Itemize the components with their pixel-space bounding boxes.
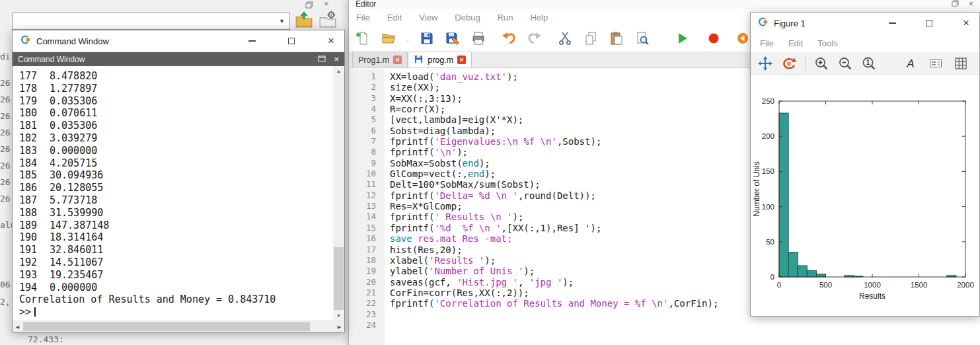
- clipped-text: 26: [0, 144, 11, 154]
- folder-up-icon[interactable]: [295, 10, 313, 31]
- y-tick-label: 0: [771, 273, 774, 281]
- menu-run[interactable]: Run: [498, 13, 513, 22]
- line-number: 19: [349, 266, 376, 276]
- paste-icon[interactable]: [608, 30, 625, 47]
- line-number: 6: [349, 126, 376, 136]
- menu-debug[interactable]: Debug: [455, 13, 480, 22]
- grid-icon[interactable]: [953, 56, 969, 71]
- open-file-icon[interactable]: [380, 30, 397, 47]
- scroll-down-icon[interactable]: ▼: [333, 311, 344, 321]
- restore-icon[interactable]: [952, 0, 959, 9]
- output-line: 1778.478820: [19, 70, 333, 83]
- code-line: [390, 320, 980, 330]
- output-line: 1844.205715: [19, 157, 333, 170]
- tab-label: Prog1.m: [358, 56, 389, 65]
- text-icon[interactable]: A: [903, 56, 919, 71]
- menu-edit[interactable]: Edit: [788, 38, 803, 48]
- copy-icon[interactable]: [582, 30, 599, 47]
- menu-tools[interactable]: Tools: [817, 38, 837, 48]
- folder-gear-icon[interactable]: [319, 10, 337, 31]
- zoom-out-icon[interactable]: [837, 56, 853, 71]
- command-output[interactable]: 1778.4788201781.2778971790.0353061800.07…: [13, 66, 333, 321]
- redo-icon[interactable]: [526, 30, 543, 47]
- scroll-right-icon[interactable]: ▶: [334, 321, 344, 332]
- editor-titlebar[interactable]: Editor ×: [349, 0, 980, 9]
- open-recent-dot-icon[interactable]: .: [406, 34, 410, 44]
- tab-prog[interactable]: prog.m ×: [408, 52, 472, 67]
- scroll-left-icon[interactable]: ◀: [13, 321, 22, 332]
- breakpoint-icon[interactable]: [705, 30, 722, 47]
- line-number: 16: [349, 233, 376, 244]
- print-icon[interactable]: [470, 30, 487, 47]
- line-number: 23: [349, 309, 376, 320]
- output-line: 19319.235467: [19, 269, 333, 282]
- line-number: 24: [349, 320, 376, 330]
- cut-icon[interactable]: [556, 30, 574, 47]
- close-button[interactable]: ×: [326, 36, 336, 46]
- tab-close-button[interactable]: ×: [393, 56, 402, 64]
- new-script-icon[interactable]: [354, 30, 371, 47]
- command-prompt[interactable]: >>: [19, 306, 333, 319]
- menu-help[interactable]: Help: [530, 13, 548, 22]
- scroll-up-icon[interactable]: ▲: [333, 66, 344, 76]
- menu-edit[interactable]: Edit: [387, 13, 402, 22]
- run-icon[interactable]: [673, 30, 691, 47]
- vertical-scrollbar[interactable]: ▲ ▼: [333, 66, 344, 321]
- x-tick-label: 1500: [911, 281, 928, 289]
- line-number: 10: [349, 169, 376, 179]
- menu-view[interactable]: View: [419, 13, 437, 22]
- clipped-text: di: [0, 52, 11, 61]
- svg-text:1: 1: [866, 59, 870, 66]
- y-axis-label: Number of Unis: [752, 161, 761, 216]
- legend-icon[interactable]: [928, 56, 944, 71]
- save-as-icon[interactable]: [444, 30, 461, 47]
- tab-close-button[interactable]: ×: [457, 56, 466, 64]
- scrollbar-thumb[interactable]: [334, 247, 344, 310]
- save-icon[interactable]: [418, 30, 435, 47]
- rotate-icon[interactable]: [781, 56, 797, 71]
- close-icon[interactable]: ×: [324, 0, 329, 7]
- result-line: Correlation of Results and Money = 0.843…: [19, 293, 333, 306]
- tab-prog1[interactable]: Prog1.m ×: [352, 52, 408, 67]
- minimize-button[interactable]: [246, 36, 257, 46]
- clipped-text: 26: [0, 161, 11, 171]
- menu-file[interactable]: File: [760, 38, 774, 48]
- close-icon[interactable]: ×: [969, 0, 973, 8]
- figure-titlebar[interactable]: Figure 1 ×: [751, 13, 979, 34]
- x-tick-label: 1000: [864, 281, 881, 289]
- menu-file[interactable]: File: [356, 13, 370, 22]
- close-button[interactable]: ×: [961, 18, 971, 28]
- line-number-gutter: 123456789101112131415161718192021222324: [349, 69, 385, 345]
- command-window-panel-header[interactable]: Command Window ×: [13, 52, 344, 66]
- find-icon[interactable]: [634, 30, 651, 47]
- path-dropdown[interactable]: ▼: [12, 13, 290, 30]
- line-number: 21: [349, 288, 376, 298]
- clipped-text: 26: [0, 111, 11, 121]
- maximize-button[interactable]: [924, 18, 934, 28]
- y-tick-label: 250: [762, 97, 774, 105]
- pan-icon[interactable]: [757, 56, 773, 71]
- octave-logo-icon: [757, 17, 768, 30]
- line-number: 18: [349, 255, 376, 266]
- clipped-text: 72.433:: [28, 334, 64, 344]
- output-line: 1940.000000: [19, 282, 333, 294]
- zoom-original-icon[interactable]: 1: [861, 56, 877, 71]
- line-number: 20: [349, 277, 376, 288]
- clipped-text: 26: [0, 78, 11, 88]
- modified-save-icon: [414, 54, 424, 66]
- zoom-in-icon[interactable]: [813, 56, 829, 71]
- minimize-button[interactable]: [887, 18, 897, 28]
- plot-area[interactable]: 0500100015002000050100150200250ResultsNu…: [751, 76, 979, 309]
- undo-icon[interactable]: [500, 30, 517, 47]
- clipped-text: 26: [0, 95, 11, 104]
- output-line: 18620.128055: [19, 182, 333, 194]
- command-window-titlebar[interactable]: Command Window ×: [13, 30, 344, 52]
- dock-icon[interactable]: [318, 55, 326, 64]
- clipped-text: 26: [0, 177, 11, 187]
- horizontal-scrollbar[interactable]: ◀ ▶: [13, 321, 344, 332]
- scrollbar-thumb[interactable]: [23, 322, 310, 331]
- close-icon[interactable]: ×: [334, 54, 339, 64]
- maximize-button[interactable]: [286, 36, 297, 46]
- clipped-text: 2,: [0, 297, 11, 307]
- step-left-icon[interactable]: [734, 30, 751, 47]
